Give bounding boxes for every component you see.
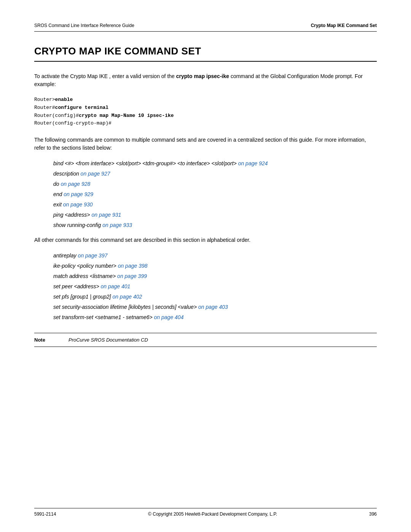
link-item-set-pfs: set pfs [group1 | group2] on page 402 <box>53 293 377 301</box>
page-header: SROS Command Line Interface Reference Gu… <box>34 23 377 32</box>
code-line-3: Router(config)#crypto map Map-Name 10 ip… <box>34 112 377 120</box>
link-item-do: do on page 928 <box>53 180 377 188</box>
other-links-list: antireplay on page 397 ike-policy <polic… <box>53 252 377 321</box>
note-label: Note <box>34 337 57 343</box>
link-item-end: end on page 929 <box>53 190 377 198</box>
link-do[interactable]: on page 928 <box>61 181 90 187</box>
code-line-1: Router>enable <box>34 96 377 104</box>
link-set-peer[interactable]: on page 401 <box>101 283 131 289</box>
link-match[interactable]: on page 399 <box>117 273 147 279</box>
link-item-ike-policy: ike-policy <policy number> on page 398 <box>53 262 377 270</box>
link-item-description: description on page 927 <box>53 170 377 178</box>
header-left: SROS Command Line Interface Reference Gu… <box>34 23 134 28</box>
link-exit[interactable]: on page 930 <box>63 201 93 208</box>
link-item-bind: bind <#> <from interface> <slot/port> <t… <box>53 160 377 168</box>
link-set-security[interactable]: on page 403 <box>198 304 228 310</box>
link-description[interactable]: on page 927 <box>81 171 110 177</box>
code-block: Router>enable Router#configure terminal … <box>34 96 377 128</box>
link-item-set-peer: set peer <address> on page 401 <box>53 283 377 291</box>
other-paragraph: All other commands for this command set … <box>34 236 377 244</box>
link-item-exit: exit on page 930 <box>53 201 377 209</box>
link-item-set-security: set security-association lifetime [kilob… <box>53 303 377 311</box>
link-set-transform[interactable]: on page 404 <box>154 314 184 320</box>
link-bind[interactable]: on page 924 <box>238 160 268 166</box>
note-box: Note ProCurve SROS Documentation CD <box>34 333 377 347</box>
link-item-antireplay: antireplay on page 397 <box>53 252 377 260</box>
intro-paragraph: To activate the Crypto Map IKE , enter a… <box>34 72 377 88</box>
link-item-show: show running-config on page 933 <box>53 221 377 229</box>
title-text: Crypto Map IKE Command Set <box>34 45 201 57</box>
intro-text-before: To activate the Crypto Map IKE , enter a… <box>34 73 176 79</box>
code-line-2: Router#configure terminal <box>34 104 377 112</box>
footer-left: 5991-2114 <box>34 511 56 517</box>
link-set-pfs[interactable]: on page 402 <box>112 294 142 300</box>
page-footer: 5991-2114 © Copyright 2005 Hewlett-Packa… <box>34 508 377 517</box>
footer-right: 396 <box>369 511 377 517</box>
link-item-ping: ping <address> on page 931 <box>53 211 377 219</box>
link-show[interactable]: on page 933 <box>102 222 132 228</box>
link-antireplay[interactable]: on page 397 <box>78 252 108 259</box>
link-item-match: match address <listname> on page 399 <box>53 272 377 280</box>
code-line-4: Router(config-crypto-map)# <box>34 120 377 128</box>
header-right: Crypto Map IKE Command Set <box>311 23 377 28</box>
chapter-title: Crypto Map IKE Command Set <box>34 45 377 62</box>
note-content: ProCurve SROS Documentation CD <box>68 337 148 343</box>
common-links-list: bind <#> <from interface> <slot/port> <t… <box>53 160 377 229</box>
link-ike-policy[interactable]: on page 398 <box>118 263 148 269</box>
link-end[interactable]: on page 929 <box>64 191 93 197</box>
main-content: Crypto Map IKE Command Set To activate t… <box>34 45 377 502</box>
page: SROS Command Line Interface Reference Gu… <box>0 0 411 532</box>
link-ping[interactable]: on page 931 <box>91 212 121 218</box>
common-paragraph: The following commands are common to mul… <box>34 136 377 152</box>
link-item-set-transform: set transform-set <setname1 - setname6> … <box>53 313 377 321</box>
intro-bold: crypto map ipsec-ike <box>176 73 229 79</box>
footer-center: © Copyright 2005 Hewlett-Packard Develop… <box>148 511 277 517</box>
